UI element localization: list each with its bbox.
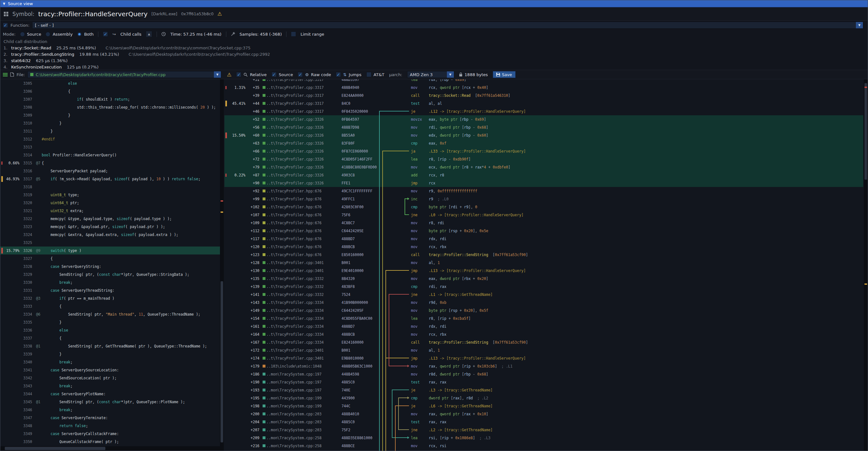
asm-source-location[interactable]: ..mon\TracySystem.cpp:203 (267, 412, 342, 416)
raw-code-toggle[interactable]: ✓ ⚙ Raw code (298, 72, 331, 77)
source-vscrollbar[interactable] (220, 79, 224, 446)
asm-row-+130[interactable]: +130..t\TracyProfiler.cpp:3401E9E4010000… (224, 267, 863, 275)
asm-source-location[interactable]: ..t\TracyProfiler.cpp:3326 (267, 125, 342, 130)
source-line-3315[interactable]: 0.66%3315@7{ (0, 159, 220, 167)
function-checkbox[interactable]: ✓ (3, 23, 8, 28)
child-call-item[interactable]: 4.KeSynchronizeExecution125 µs (0.27%) (3, 64, 861, 69)
asm-source-location[interactable]: ..t\TracyProfiler.cpp:3334 (267, 340, 342, 344)
source-checkbox[interactable]: ✓ (272, 72, 277, 77)
source-line-3339[interactable]: 3339 } (0, 350, 220, 358)
source-line-3349[interactable]: 3349 case ServerQueryCallstackFrame: (0, 430, 220, 438)
assembly-pane[interactable]: +31..t\TracyProfiler.cpp:3317488D5597lea… (224, 79, 863, 451)
asm-source-location[interactable]: ..mon\TracySystem.cpp:203 (267, 428, 342, 432)
asm-source-location[interactable]: ..t\TracyProfiler.hpp:676 (267, 197, 342, 201)
asm-row-+167[interactable]: +167..t\TracyProfiler.cpp:3334E824160000… (224, 338, 863, 346)
asm-source-location[interactable]: ..mon\TracySystem.cpp:199 (267, 396, 342, 400)
chevron-down-icon[interactable]: ▼ (447, 71, 454, 78)
asm-source-location[interactable]: ..t\TracyProfiler.cpp:3334 (267, 332, 342, 337)
asm-row-+60[interactable]: 15.50%+60..t\TracyProfiler.cpp:33268B55A… (224, 131, 863, 139)
asm-row-+149[interactable]: +149..t\TracyProfiler.cpp:3334C64424205F… (224, 306, 863, 314)
source-line-3346[interactable]: 3346 break; (0, 406, 220, 414)
radio-mode-assembly[interactable]: Assembly (45, 32, 72, 37)
asm-row-+31[interactable]: +31..t\TracyProfiler.cpp:3317488D5597lea… (224, 79, 863, 84)
asm-row-+193[interactable]: +193..mon\TracySystem.cpp:197740Eje.L3 -… (224, 386, 863, 394)
asm-source-location[interactable]: ..mon\TracySystem.cpp:258 (267, 436, 342, 440)
source-hscrollbar[interactable] (0, 446, 224, 451)
radio-mode-both[interactable]: Both (77, 32, 94, 37)
asm-row-+120[interactable]: +120..t\TracyProfiler.hpp:676488BCBmovrc… (224, 243, 863, 251)
source-line-3324[interactable]: 3324 memcpy( &extra, &payload.extra, siz… (0, 231, 220, 239)
asm-source-location[interactable]: ..t\TracyProfiler.cpp:3326 (267, 141, 342, 146)
asm-row-+56[interactable]: +56..t\TracyProfiler.cpp:3326488B7D98mov… (224, 123, 863, 131)
asm-source-location[interactable]: ..t\TracyProfiler.cpp:3332 (267, 284, 342, 289)
source-line-3322[interactable]: 3322 memcpy( &type, &payload.type, sizeo… (0, 215, 220, 222)
collapse-icon[interactable]: ▼ (3, 2, 5, 5)
asm-source-location[interactable]: ..t\TracyProfiler.hpp:676 (267, 237, 342, 241)
source-line-3350[interactable]: 3350 QueueCallstackFrame( ptr ); (0, 438, 220, 446)
asm-row-+154[interactable]: +154..t\TracyProfiler.cpp:33344C8D055FBA… (224, 314, 863, 322)
source-line-3333[interactable]: 3333 { (0, 302, 220, 310)
asm-row-+39[interactable]: +39..t\TracyProfiler.cpp:3317E824AA0000c… (224, 91, 863, 99)
asm-source-location[interactable]: ..t\TracyProfiler.cpp:3332 (267, 276, 342, 281)
asm-row-+79[interactable]: +79..t\TracyProfiler.cpp:3326418B8C80E0B… (224, 163, 863, 171)
child-call-item[interactable]: 1.tracy::Socket::Read25.25 ms (54.89%)C:… (3, 45, 861, 51)
scroll-thumb[interactable] (5, 447, 105, 450)
asm-row-+207[interactable]: +207..mon\TracySystem.cpp:20375F2jne.L2 … (224, 426, 863, 434)
asm-source-location[interactable]: ..t\TracyProfiler.cpp:3334 (267, 300, 342, 305)
asm-source-location[interactable]: ..t\TracyProfiler.cpp:3326 (267, 149, 342, 153)
assembly-vscrollbar[interactable] (864, 79, 868, 451)
symbol-warning-icon[interactable]: ⚠ (217, 11, 222, 17)
asm-row-+190[interactable]: +190..mon\TracySystem.cpp:1974885C0testr… (224, 378, 863, 386)
source-line-3341[interactable]: 3341 case ServerQuerySourceLocation: (0, 366, 220, 374)
chevron-down-icon[interactable]: ▼ (214, 71, 221, 78)
source-line-3337[interactable]: 3337 { (0, 334, 220, 342)
source-line-3347[interactable]: 3347 case ServerQueryTerminate: (0, 414, 220, 422)
source-line-3310[interactable]: 3310 } (0, 119, 220, 127)
asm-source-location[interactable]: ..103\include\atomic:1048 (267, 364, 342, 368)
radio-mode-source[interactable]: Source (20, 32, 41, 37)
asm-source-location[interactable]: ..t\TracyProfiler.hpp:676 (267, 205, 342, 209)
source-toggle[interactable]: ✓ Source (272, 72, 293, 77)
asm-source-location[interactable]: ..t\TracyProfiler.cpp:3334 (267, 324, 342, 329)
asm-source-location[interactable]: ..t\TracyProfiler.cpp:3317 (267, 79, 342, 82)
source-line-3326[interactable]: 15.79%3326@9 switch( type ) (0, 246, 220, 254)
asm-row-+198[interactable]: +198..mon\TracySystem.cpp:199744Cje.L6 -… (224, 402, 863, 410)
source-line-3344[interactable]: 3344 case ServerQueryPlotName: (0, 390, 220, 398)
asm-warning-icon[interactable]: ⚠ (227, 72, 231, 78)
asm-row-+216[interactable]: +216..mon\TracySystem.cpp:258488BCEmovrc… (224, 442, 863, 450)
asm-row-+161[interactable]: +161..t\TracyProfiler.cpp:3334488BD7movr… (224, 322, 863, 330)
source-line-3323[interactable]: 3323 memcpy( &ptr, &payload.ptr, sizeof(… (0, 222, 220, 231)
att-checkbox[interactable]: ✓ (366, 72, 371, 77)
uarch-combo[interactable]: AMD Zen 3 ▼ (407, 71, 454, 78)
asm-source-location[interactable]: ..t\TracyProfiler.hpp:676 (267, 189, 342, 193)
function-combo[interactable]: [ - self - ] ▼ (32, 22, 863, 29)
source-line-3334[interactable]: 3334@6 SendString( ptr, "Main thread", 1… (0, 310, 220, 318)
asm-source-location[interactable]: ..t\TracyProfiler.cpp:3326 (267, 165, 342, 170)
asm-source-location[interactable]: ..t\TracyProfiler.hpp:676 (267, 213, 342, 217)
child-calls-checkbox[interactable]: ✓ (103, 32, 108, 37)
asm-row-+44[interactable]: 45.41%+44..t\TracyProfiler.cpp:331784C0t… (224, 99, 863, 107)
source-line-3321[interactable]: 3321 uint32_t extra; (0, 207, 220, 215)
source-line-3318[interactable]: 3318 (0, 183, 220, 191)
source-line-3345[interactable]: 3345@1 SendString( ptr, (const char*)ptr… (0, 398, 220, 406)
jumps-checkbox[interactable]: ✓ (336, 72, 341, 77)
att-toggle[interactable]: ✓ AT&T (366, 72, 384, 77)
source-line-3348[interactable]: 3348 return false; (0, 422, 220, 430)
asm-source-location[interactable]: ..t\TracyProfiler.cpp:3334 (267, 308, 342, 313)
source-line-3308[interactable]: 3308 std::this_thread::sleep_for( std::c… (0, 103, 220, 111)
asm-source-location[interactable]: ..t\TracyProfiler.hpp:676 (267, 252, 342, 257)
source-line-3319[interactable]: 3319 uint8_t type; (0, 191, 220, 199)
asm-source-location[interactable]: ..t\TracyProfiler.cpp:3401 (267, 269, 342, 273)
child-call-item[interactable]: 2.tracy::Profiler::SendLongString19.88 m… (3, 51, 861, 58)
asm-row-+63[interactable]: +63..t\TracyProfiler.cpp:332683F80Fcmpea… (224, 139, 863, 147)
relative-checkbox[interactable]: ✓ (236, 72, 241, 77)
asm-source-location[interactable]: ..t\TracyProfiler.cpp:3401 (267, 261, 342, 265)
asm-row-+174[interactable]: +174..t\TracyProfiler.cpp:3401E9B8010000… (224, 354, 863, 362)
asm-source-location[interactable]: ..t\TracyProfiler.cpp:3317 (267, 85, 342, 90)
source-line-3327[interactable]: 3327 { (0, 254, 220, 263)
asm-source-location[interactable]: ..t\TracyProfiler.cpp:3326 (267, 117, 342, 122)
source-line-3340[interactable]: 3340 break; (0, 358, 220, 366)
asm-row-+46[interactable]: +46..t\TracyProfiler.cpp:33170F843502000… (224, 107, 863, 115)
asm-source-location[interactable]: ..t\TracyProfiler.cpp:3332 (267, 292, 342, 297)
scroll-thumb[interactable] (221, 281, 223, 443)
